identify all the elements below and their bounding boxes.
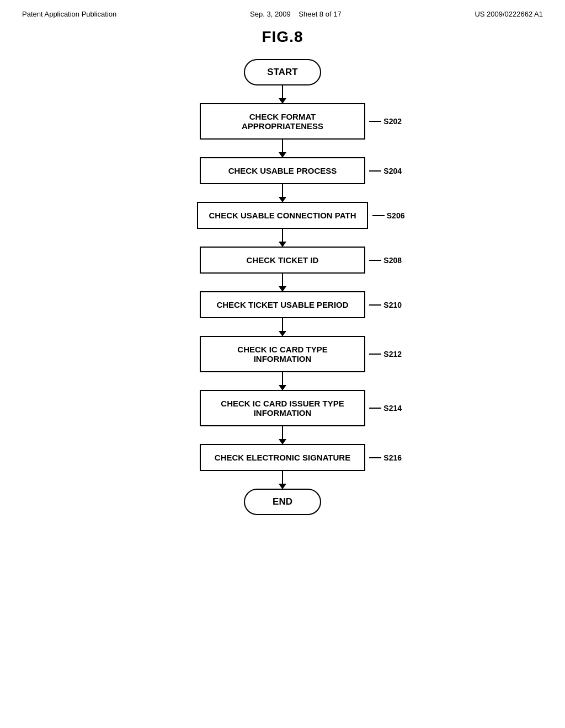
rect-s206-label: CHECK USABLE CONNECTION PATH xyxy=(209,211,356,220)
arrow-3 xyxy=(282,184,283,202)
flowchart: START CHECK FORMATAPPROPRIATENESS S202 C… xyxy=(0,59,565,515)
rect-s204: CHECK USABLE PROCESS S204 xyxy=(200,157,365,184)
arrow-7 xyxy=(282,372,283,390)
node-s202: CHECK FORMATAPPROPRIATENESS S202 xyxy=(200,103,365,140)
arrow-4 xyxy=(282,229,283,247)
rect-s214: CHECK IC CARD ISSUER TYPEINFORMATION S21… xyxy=(200,390,365,426)
step-label-s214: S214 xyxy=(369,404,402,413)
rect-s208-label: CHECK TICKET ID xyxy=(247,255,319,265)
node-s208: CHECK TICKET ID S208 xyxy=(200,247,365,274)
arrow-5 xyxy=(282,274,283,291)
rect-s216-label: CHECK ELECTRONIC SIGNATURE xyxy=(215,453,350,462)
node-end: END xyxy=(244,489,321,515)
rect-s212: CHECK IC CARD TYPEINFORMATION S212 xyxy=(200,336,365,372)
rect-s214-label: CHECK IC CARD ISSUER TYPEINFORMATION xyxy=(221,399,344,417)
header-left: Patent Application Publication xyxy=(22,10,116,18)
node-start: START xyxy=(244,59,321,85)
step-label-s208: S208 xyxy=(369,256,402,265)
arrow-6 xyxy=(282,318,283,336)
node-s206: CHECK USABLE CONNECTION PATH S206 xyxy=(197,202,369,229)
rect-s206: CHECK USABLE CONNECTION PATH S206 xyxy=(197,202,369,229)
rect-s210-label: CHECK TICKET USABLE PERIOD xyxy=(216,300,348,309)
rect-s208: CHECK TICKET ID S208 xyxy=(200,247,365,274)
rect-s204-label: CHECK USABLE PROCESS xyxy=(228,166,337,175)
rect-s210: CHECK TICKET USABLE PERIOD S210 xyxy=(200,291,365,318)
step-label-s210: S210 xyxy=(369,301,402,309)
page-header: Patent Application Publication Sep. 3, 2… xyxy=(0,0,565,18)
arrow-1 xyxy=(282,85,283,103)
step-label-s212: S212 xyxy=(369,350,402,358)
node-s204: CHECK USABLE PROCESS S204 xyxy=(200,157,365,184)
arrow-8 xyxy=(282,426,283,444)
node-s210: CHECK TICKET USABLE PERIOD S210 xyxy=(200,291,365,318)
step-label-s206: S206 xyxy=(372,211,405,220)
start-terminal: START xyxy=(244,59,321,85)
figure-title: FIG.8 xyxy=(0,28,565,46)
arrow-9 xyxy=(282,471,283,489)
header-center: Sep. 3, 2009 Sheet 8 of 17 xyxy=(250,10,342,18)
node-s216: CHECK ELECTRONIC SIGNATURE S216 xyxy=(200,444,365,471)
end-terminal: END xyxy=(244,489,321,515)
header-right: US 2009/0222662 A1 xyxy=(475,10,543,18)
rect-s216: CHECK ELECTRONIC SIGNATURE S216 xyxy=(200,444,365,471)
step-label-s216: S216 xyxy=(369,453,402,462)
rect-s202: CHECK FORMATAPPROPRIATENESS S202 xyxy=(200,103,365,140)
step-label-s204: S204 xyxy=(369,167,402,175)
node-s212: CHECK IC CARD TYPEINFORMATION S212 xyxy=(200,336,365,372)
arrow-2 xyxy=(282,140,283,157)
step-label-s202: S202 xyxy=(369,117,402,126)
rect-s212-label: CHECK IC CARD TYPEINFORMATION xyxy=(237,345,327,363)
rect-s202-label: CHECK FORMATAPPROPRIATENESS xyxy=(242,112,323,131)
node-s214: CHECK IC CARD ISSUER TYPEINFORMATION S21… xyxy=(200,390,365,426)
